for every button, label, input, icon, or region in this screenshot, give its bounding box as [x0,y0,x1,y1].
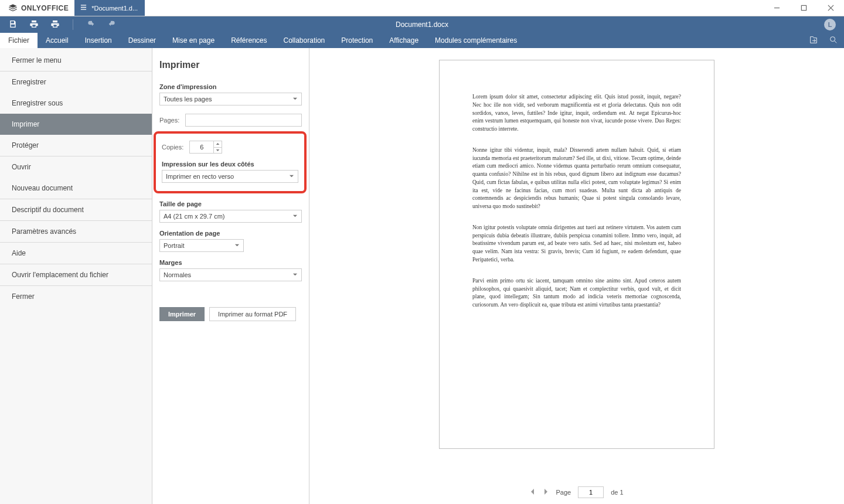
stack-icon [8,4,18,13]
sidebar-item-ouvrir-l-emplacement-du-fichier[interactable]: Ouvrir l'emplacement du fichier [0,264,152,285]
chevron-down-icon [292,271,298,278]
pages-label: Pages: [159,117,179,124]
chevron-down-icon [292,96,298,103]
preview-paragraph: Non igitur potestis voluptate omnia diri… [472,224,681,264]
pagesize-select[interactable]: A4 (21 cm x 29.7 cm) [159,210,302,223]
print-panel-title: Imprimer [159,60,302,70]
menu-tab-collaboration[interactable]: Collaboration [275,33,333,48]
menu-tab-modules-complémentaires[interactable]: Modules complémentaires [427,33,525,48]
pages-input[interactable] [185,114,302,127]
chevron-down-icon [289,173,294,180]
quick-print-icon[interactable] [50,19,60,30]
redo-icon[interactable] [107,19,117,30]
orientation-select[interactable]: Portrait [159,239,244,252]
sidebar-item-descriptif-du-document[interactable]: Descriptif du document [0,199,152,220]
preview-footer: Page de 1 [309,481,844,504]
margins-label: Marges [159,259,302,266]
print-zone-select[interactable]: Toutes les pages [159,93,302,105]
copies-spinner[interactable]: 6 [189,141,222,154]
sidebar-item-enregistrer-sous[interactable]: Enregistrer sous [0,93,152,114]
print-icon[interactable] [29,19,39,30]
sidebar-item-fermer[interactable]: Fermer [0,286,152,307]
app-name: ONLYOFFICE [21,4,69,12]
print-button[interactable]: Imprimer [159,307,205,321]
titlebar: ONLYOFFICE *Document1.d... [0,0,844,16]
copies-duplex-highlight: Copies: 6 Impression sur les deux côtés … [154,131,307,193]
chevron-down-icon [234,242,240,249]
sidebar-item-enregistrer[interactable]: Enregistrer [0,71,152,93]
menu-tab-accueil[interactable]: Accueil [38,33,77,48]
copies-value: 6 [190,141,213,153]
preview-paragraph: Lorem ipsum dolor sit amet, consectetur … [472,93,681,134]
orientation-label: Orientation de page [159,230,302,237]
menubar: FichierAccueilInsertionDessinerMise en p… [0,33,844,48]
menu-tab-affichage[interactable]: Affichage [381,33,427,48]
chevron-down-icon [292,213,298,220]
menu-tab-protection[interactable]: Protection [333,33,381,48]
document-tab[interactable]: *Document1.d... [74,0,145,16]
print-preview: Lorem ipsum dolor sit amet, consectetur … [309,48,844,504]
svg-rect-0 [801,5,806,10]
hamburger-icon [80,4,87,12]
minimize-button[interactable] [763,0,790,16]
svg-point-1 [831,36,835,41]
file-sidebar: Fermer le menuEnregistrerEnregistrer sou… [0,48,152,504]
sidebar-item-aide[interactable]: Aide [0,243,152,264]
prev-page-icon[interactable] [530,488,536,496]
print-pdf-button[interactable]: Imprimer au format PDF [209,307,296,321]
search-icon[interactable] [829,35,838,46]
pagesize-label: Taille de page [159,200,302,207]
sidebar-item-imprimer[interactable]: Imprimer [0,114,152,135]
preview-paragraph: Nonne igitur tibi videntur, inquit, mala… [472,147,681,211]
main-area: Fermer le menuEnregistrerEnregistrer sou… [0,48,844,504]
undo-icon[interactable] [86,19,96,30]
close-button[interactable] [817,0,844,16]
duplex-select[interactable]: Imprimer en recto verso [162,170,298,183]
sidebar-item-prot-ger[interactable]: Protéger [0,135,152,156]
document-title: Document1.docx [396,21,448,29]
sidebar-item-ouvrir[interactable]: Ouvrir [0,156,152,178]
menu-tab-insertion[interactable]: Insertion [77,33,120,48]
save-icon[interactable] [8,19,18,30]
sidebar-item-param-tres-avanc-s[interactable]: Paramètres avancés [0,221,152,242]
maximize-button[interactable] [790,0,817,16]
quick-toolbar: Document1.docx L [0,16,844,33]
tab-close-icon[interactable] [145,5,150,12]
preview-canvas[interactable]: Lorem ipsum dolor sit amet, consectetur … [309,48,844,481]
copies-label: Copies: [162,144,183,151]
page-label: Page [556,489,571,496]
menu-tab-références[interactable]: Références [223,33,275,48]
print-zone-label: Zone d'impression [159,83,302,90]
sidebar-item-nouveau-document[interactable]: Nouveau document [0,178,152,199]
avatar[interactable]: L [824,19,836,30]
menu-tab-mise-en-page[interactable]: Mise en page [164,33,223,48]
toolbar-separator [73,19,73,30]
page-of-label: de 1 [611,489,623,496]
document-tab-title: *Document1.d... [91,5,138,12]
spinner-up-icon[interactable] [214,141,222,148]
app-logo: ONLYOFFICE [0,4,74,13]
preview-paragraph: Parvi enim primo ortu sic iacent, tamqua… [472,277,681,309]
spinner-down-icon[interactable] [214,148,222,154]
page-number-input[interactable] [578,486,604,498]
duplex-label: Impression sur les deux côtés [162,161,298,168]
menu-tab-dessiner[interactable]: Dessiner [120,33,164,48]
open-location-icon[interactable] [809,35,818,46]
preview-page: Lorem ipsum dolor sit amet, consectetur … [439,60,714,449]
print-panel: Imprimer Zone d'impression Toutes les pa… [152,48,309,504]
menu-tab-fichier[interactable]: Fichier [0,33,38,48]
sidebar-item-fermer-le-menu[interactable]: Fermer le menu [0,48,152,71]
margins-select[interactable]: Normales [159,268,302,281]
window-buttons [763,0,844,16]
next-page-icon[interactable] [543,488,549,496]
